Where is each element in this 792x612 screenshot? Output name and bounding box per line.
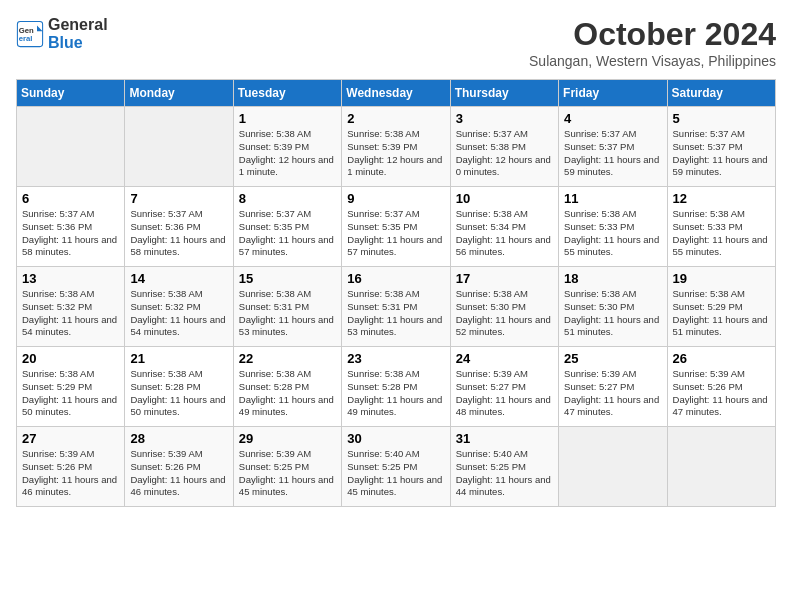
day-content: Sunrise: 5:37 AM Sunset: 5:36 PM Dayligh… [22, 208, 119, 259]
day-number: 15 [239, 271, 336, 286]
calendar-cell: 22Sunrise: 5:38 AM Sunset: 5:28 PM Dayli… [233, 347, 341, 427]
day-number: 30 [347, 431, 444, 446]
calendar-cell: 23Sunrise: 5:38 AM Sunset: 5:28 PM Dayli… [342, 347, 450, 427]
day-content: Sunrise: 5:37 AM Sunset: 5:37 PM Dayligh… [564, 128, 661, 179]
day-number: 25 [564, 351, 661, 366]
day-content: Sunrise: 5:38 AM Sunset: 5:29 PM Dayligh… [673, 288, 770, 339]
day-number: 8 [239, 191, 336, 206]
calendar-cell: 17Sunrise: 5:38 AM Sunset: 5:30 PM Dayli… [450, 267, 558, 347]
day-content: Sunrise: 5:37 AM Sunset: 5:36 PM Dayligh… [130, 208, 227, 259]
day-content: Sunrise: 5:38 AM Sunset: 5:32 PM Dayligh… [22, 288, 119, 339]
day-content: Sunrise: 5:39 AM Sunset: 5:27 PM Dayligh… [456, 368, 553, 419]
week-row-4: 20Sunrise: 5:38 AM Sunset: 5:29 PM Dayli… [17, 347, 776, 427]
day-content: Sunrise: 5:40 AM Sunset: 5:25 PM Dayligh… [347, 448, 444, 499]
header-sunday: Sunday [17, 80, 125, 107]
day-number: 29 [239, 431, 336, 446]
month-title: October 2024 [529, 16, 776, 53]
calendar-cell: 16Sunrise: 5:38 AM Sunset: 5:31 PM Dayli… [342, 267, 450, 347]
calendar-header-row: SundayMondayTuesdayWednesdayThursdayFrid… [17, 80, 776, 107]
day-number: 20 [22, 351, 119, 366]
day-number: 14 [130, 271, 227, 286]
calendar-table: SundayMondayTuesdayWednesdayThursdayFrid… [16, 79, 776, 507]
day-number: 24 [456, 351, 553, 366]
day-number: 2 [347, 111, 444, 126]
header-tuesday: Tuesday [233, 80, 341, 107]
calendar-cell: 29Sunrise: 5:39 AM Sunset: 5:25 PM Dayli… [233, 427, 341, 507]
day-number: 7 [130, 191, 227, 206]
svg-text:Gen: Gen [19, 26, 34, 35]
day-content: Sunrise: 5:39 AM Sunset: 5:26 PM Dayligh… [22, 448, 119, 499]
calendar-cell: 12Sunrise: 5:38 AM Sunset: 5:33 PM Dayli… [667, 187, 775, 267]
day-content: Sunrise: 5:39 AM Sunset: 5:25 PM Dayligh… [239, 448, 336, 499]
day-number: 11 [564, 191, 661, 206]
calendar-cell: 21Sunrise: 5:38 AM Sunset: 5:28 PM Dayli… [125, 347, 233, 427]
calendar-cell: 25Sunrise: 5:39 AM Sunset: 5:27 PM Dayli… [559, 347, 667, 427]
day-number: 12 [673, 191, 770, 206]
day-number: 31 [456, 431, 553, 446]
calendar-cell: 28Sunrise: 5:39 AM Sunset: 5:26 PM Dayli… [125, 427, 233, 507]
day-content: Sunrise: 5:38 AM Sunset: 5:39 PM Dayligh… [239, 128, 336, 179]
day-content: Sunrise: 5:38 AM Sunset: 5:31 PM Dayligh… [347, 288, 444, 339]
day-number: 22 [239, 351, 336, 366]
day-number: 10 [456, 191, 553, 206]
week-row-2: 6Sunrise: 5:37 AM Sunset: 5:36 PM Daylig… [17, 187, 776, 267]
calendar-cell: 1Sunrise: 5:38 AM Sunset: 5:39 PM Daylig… [233, 107, 341, 187]
header-saturday: Saturday [667, 80, 775, 107]
calendar-cell: 26Sunrise: 5:39 AM Sunset: 5:26 PM Dayli… [667, 347, 775, 427]
day-content: Sunrise: 5:38 AM Sunset: 5:29 PM Dayligh… [22, 368, 119, 419]
week-row-1: 1Sunrise: 5:38 AM Sunset: 5:39 PM Daylig… [17, 107, 776, 187]
calendar-cell: 11Sunrise: 5:38 AM Sunset: 5:33 PM Dayli… [559, 187, 667, 267]
logo-text: General Blue [48, 16, 108, 52]
day-number: 6 [22, 191, 119, 206]
calendar-cell: 6Sunrise: 5:37 AM Sunset: 5:36 PM Daylig… [17, 187, 125, 267]
logo-icon: Gen eral [16, 20, 44, 48]
calendar-cell: 9Sunrise: 5:37 AM Sunset: 5:35 PM Daylig… [342, 187, 450, 267]
day-content: Sunrise: 5:38 AM Sunset: 5:31 PM Dayligh… [239, 288, 336, 339]
day-number: 26 [673, 351, 770, 366]
day-content: Sunrise: 5:38 AM Sunset: 5:28 PM Dayligh… [130, 368, 227, 419]
day-content: Sunrise: 5:38 AM Sunset: 5:39 PM Dayligh… [347, 128, 444, 179]
day-number: 21 [130, 351, 227, 366]
day-content: Sunrise: 5:38 AM Sunset: 5:30 PM Dayligh… [456, 288, 553, 339]
day-content: Sunrise: 5:38 AM Sunset: 5:32 PM Dayligh… [130, 288, 227, 339]
calendar-cell [125, 107, 233, 187]
day-number: 19 [673, 271, 770, 286]
header-thursday: Thursday [450, 80, 558, 107]
day-content: Sunrise: 5:39 AM Sunset: 5:26 PM Dayligh… [130, 448, 227, 499]
header-monday: Monday [125, 80, 233, 107]
day-number: 3 [456, 111, 553, 126]
calendar-cell: 30Sunrise: 5:40 AM Sunset: 5:25 PM Dayli… [342, 427, 450, 507]
day-content: Sunrise: 5:40 AM Sunset: 5:25 PM Dayligh… [456, 448, 553, 499]
day-content: Sunrise: 5:37 AM Sunset: 5:35 PM Dayligh… [239, 208, 336, 259]
header-friday: Friday [559, 80, 667, 107]
calendar-cell: 19Sunrise: 5:38 AM Sunset: 5:29 PM Dayli… [667, 267, 775, 347]
calendar-cell: 5Sunrise: 5:37 AM Sunset: 5:37 PM Daylig… [667, 107, 775, 187]
day-number: 23 [347, 351, 444, 366]
day-content: Sunrise: 5:38 AM Sunset: 5:33 PM Dayligh… [673, 208, 770, 259]
day-number: 27 [22, 431, 119, 446]
day-content: Sunrise: 5:38 AM Sunset: 5:30 PM Dayligh… [564, 288, 661, 339]
calendar-cell: 15Sunrise: 5:38 AM Sunset: 5:31 PM Dayli… [233, 267, 341, 347]
calendar-cell: 24Sunrise: 5:39 AM Sunset: 5:27 PM Dayli… [450, 347, 558, 427]
day-number: 16 [347, 271, 444, 286]
calendar-cell: 7Sunrise: 5:37 AM Sunset: 5:36 PM Daylig… [125, 187, 233, 267]
calendar-cell: 10Sunrise: 5:38 AM Sunset: 5:34 PM Dayli… [450, 187, 558, 267]
week-row-3: 13Sunrise: 5:38 AM Sunset: 5:32 PM Dayli… [17, 267, 776, 347]
header-wednesday: Wednesday [342, 80, 450, 107]
calendar-cell [667, 427, 775, 507]
day-number: 17 [456, 271, 553, 286]
calendar-cell: 14Sunrise: 5:38 AM Sunset: 5:32 PM Dayli… [125, 267, 233, 347]
calendar-cell: 20Sunrise: 5:38 AM Sunset: 5:29 PM Dayli… [17, 347, 125, 427]
day-number: 18 [564, 271, 661, 286]
calendar-cell: 31Sunrise: 5:40 AM Sunset: 5:25 PM Dayli… [450, 427, 558, 507]
day-number: 9 [347, 191, 444, 206]
day-content: Sunrise: 5:38 AM Sunset: 5:28 PM Dayligh… [239, 368, 336, 419]
day-number: 5 [673, 111, 770, 126]
day-content: Sunrise: 5:37 AM Sunset: 5:37 PM Dayligh… [673, 128, 770, 179]
calendar-cell: 8Sunrise: 5:37 AM Sunset: 5:35 PM Daylig… [233, 187, 341, 267]
calendar-cell [17, 107, 125, 187]
location: Sulangan, Western Visayas, Philippines [529, 53, 776, 69]
day-content: Sunrise: 5:39 AM Sunset: 5:27 PM Dayligh… [564, 368, 661, 419]
logo: Gen eral General Blue [16, 16, 108, 52]
calendar-cell: 2Sunrise: 5:38 AM Sunset: 5:39 PM Daylig… [342, 107, 450, 187]
